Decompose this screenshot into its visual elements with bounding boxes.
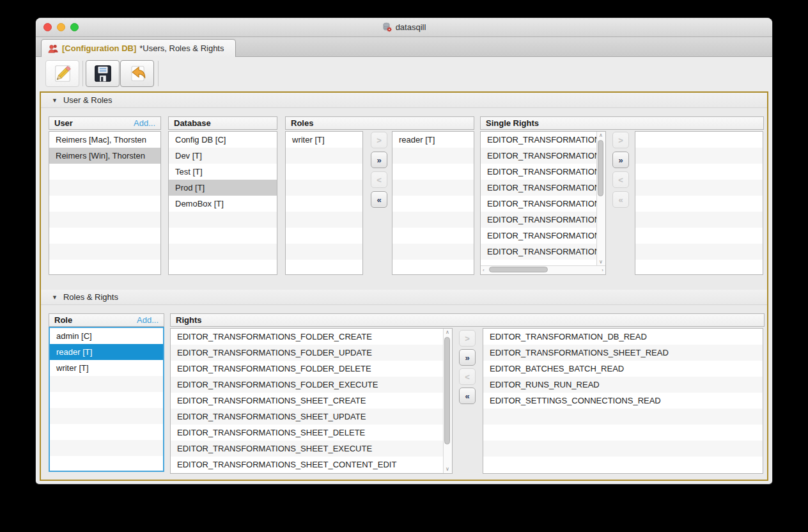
roles-move-right-button[interactable]: > [371, 132, 387, 148]
rights-move-all-left-button[interactable]: « [459, 387, 476, 404]
edit-button[interactable] [45, 60, 79, 87]
list-item[interactable]: EDITOR_TRANSFORMATION [481, 132, 597, 148]
list-item[interactable]: EDITOR_RUNS_RUN_READ [483, 377, 763, 393]
scroll-right-icon[interactable]: › [602, 268, 603, 273]
roles-available-list[interactable]: writer [T] [285, 131, 363, 275]
roles-move-all-right-button[interactable]: » [371, 152, 387, 168]
roles-assigned-list[interactable]: reader [T] [392, 131, 474, 275]
undo-arrow-icon [128, 64, 147, 83]
add-role-link[interactable]: Add... [137, 315, 159, 325]
single-rights-move-left-button[interactable]: < [612, 171, 629, 188]
scroll-up-icon[interactable]: ∧ [599, 133, 603, 138]
list-item[interactable]: Dev [T] [169, 148, 277, 164]
list-empty-row [50, 456, 163, 472]
section-title: User & Roles [63, 95, 113, 105]
list-item[interactable]: Prod [T] [169, 180, 277, 196]
list-empty-row [483, 409, 763, 425]
list-item[interactable]: writer [T] [286, 132, 362, 148]
list-empty-row [50, 392, 163, 408]
rights-move-right-button[interactable]: > [459, 330, 476, 347]
list-empty-row [286, 180, 362, 196]
list-item[interactable]: EDITOR_SETTINGS_CONNECTIONS_READ [483, 393, 763, 409]
list-empty-row [483, 441, 763, 457]
list-item[interactable]: EDITOR_TRANSFORMATIONS_FOLDER_DELETE [171, 361, 444, 377]
list-item[interactable]: EDITOR_TRANSFORMATION [481, 164, 597, 180]
list-item[interactable]: reader [T] [392, 132, 474, 148]
rights-assigned-list[interactable]: EDITOR_TRANSFORMATION_DB_READEDITOR_TRAN… [483, 328, 763, 474]
scroll-down-icon[interactable]: ∨ [446, 467, 449, 472]
list-item[interactable]: EDITOR_TRANSFORMATIONS_FOLDER_EXECUTE [171, 377, 444, 393]
list-empty-row [635, 212, 763, 228]
database-list[interactable]: Config DB [C]Dev [T]Test [T]Prod [T]Demo… [168, 131, 277, 275]
vertical-scrollbar[interactable]: ∧ ∨ [596, 132, 605, 266]
list-item[interactable]: writer [T] [50, 360, 163, 376]
list-empty-row [392, 260, 474, 275]
list-item[interactable]: reader [T] [50, 344, 163, 360]
minimize-button[interactable] [57, 23, 65, 31]
list-empty-row [169, 212, 277, 228]
scrollbar-thumb[interactable] [444, 337, 450, 444]
rights-available-list[interactable]: EDITOR_TRANSFORMATIONS_FOLDER_CREATEEDIT… [170, 328, 453, 474]
list-item[interactable]: EDITOR_BATCHES_BATCH_READ [483, 361, 763, 377]
single-rights-available-list[interactable]: EDITOR_TRANSFORMATIONEDITOR_TRANSFORMATI… [480, 131, 606, 275]
users-icon [48, 44, 59, 53]
list-item[interactable]: Reimers [Mac], Thorsten [49, 132, 160, 148]
list-item[interactable]: EDITOR_TRANSFORMATIONS_SHEET_READ [483, 345, 763, 361]
tab-users-roles-rights[interactable]: [Configuration DB] *Users, Roles & Right… [41, 39, 236, 57]
list-item[interactable]: EDITOR_TRANSFORMATION [481, 180, 597, 196]
list-item[interactable]: Config DB [C] [169, 132, 277, 148]
single-rights-move-right-button[interactable]: > [612, 132, 629, 148]
zoom-button[interactable] [70, 23, 79, 31]
roles-move-all-left-button[interactable]: « [371, 191, 387, 208]
list-item[interactable]: EDITOR_TRANSFORMATIONS_SHEET_DELETE [171, 425, 444, 441]
list-item[interactable]: EDITOR_TRANSFORMATION [481, 148, 597, 164]
undo-button[interactable] [120, 60, 154, 87]
list-item[interactable]: admin [C] [50, 328, 163, 344]
single-rights-panel-header: Single Rights [480, 116, 764, 130]
section-header-roles-rights[interactable]: ▼ Roles & Rights [41, 290, 767, 305]
scroll-left-icon[interactable]: ‹ [483, 268, 485, 273]
pencil-icon [53, 64, 72, 83]
list-item[interactable]: Reimers [Win], Thorsten [49, 148, 160, 164]
list-empty-row [635, 196, 763, 212]
list-empty-row [169, 228, 277, 244]
list-item[interactable]: EDITOR_TRANSFORMATION [481, 228, 597, 244]
role-list[interactable]: admin [C]reader [T]writer [T] [49, 327, 164, 472]
list-item[interactable]: Test [T] [169, 164, 277, 180]
scroll-up-icon[interactable]: ∧ [446, 330, 449, 335]
list-item[interactable]: EDITOR_TRANSFORMATION [481, 244, 597, 260]
roles-header-label: Roles [291, 118, 313, 128]
rights-move-left-button[interactable]: < [459, 368, 476, 385]
toolbar [36, 57, 772, 92]
list-item[interactable]: EDITOR_TRANSFORMATION [481, 212, 597, 228]
scrollbar-thumb[interactable] [489, 267, 548, 272]
rights-move-all-right-button[interactable]: » [459, 349, 476, 366]
list-empty-row [392, 180, 474, 196]
list-item[interactable]: EDITOR_TRANSFORMATIONS_SHEET_CREATE [171, 393, 444, 409]
list-item[interactable]: EDITOR_TRANSFORMATIONS_FOLDER_CREATE [171, 329, 444, 345]
roles-move-left-button[interactable]: < [371, 171, 387, 188]
section-header-user-roles[interactable]: ▼ User & Roles [41, 93, 767, 108]
scroll-down-icon[interactable]: ∨ [599, 260, 603, 265]
list-empty-row [286, 164, 362, 180]
list-empty-row [392, 228, 474, 244]
list-item[interactable]: EDITOR_TRANSFORMATIONS_SHEET_CONTENT_EDI… [171, 457, 444, 473]
single-rights-move-all-left-button[interactable]: « [612, 191, 629, 208]
list-item[interactable]: DemoBox [T] [169, 196, 277, 212]
scrollbar-thumb[interactable] [598, 140, 603, 196]
tab-bar: [Configuration DB] *Users, Roles & Right… [36, 37, 772, 57]
vertical-scrollbar[interactable]: ∧ ∨ [443, 329, 452, 473]
list-item[interactable]: EDITOR_TRANSFORMATION_DB_READ [483, 329, 763, 345]
list-item[interactable]: EDITOR_TRANSFORMATIONS_SHEET_EXECUTE [171, 441, 444, 457]
close-button[interactable] [43, 23, 52, 31]
single-rights-move-all-right-button[interactable]: » [612, 152, 629, 168]
add-user-link[interactable]: Add... [134, 118, 155, 128]
user-list[interactable]: Reimers [Mac], ThorstenReimers [Win], Th… [49, 131, 161, 275]
save-button[interactable] [86, 60, 120, 87]
list-item[interactable]: EDITOR_TRANSFORMATIONS_FOLDER_UPDATE [171, 345, 444, 361]
horizontal-scrollbar[interactable]: ‹ › [481, 265, 605, 274]
list-empty-row [286, 196, 362, 212]
single-rights-assigned-list[interactable] [635, 131, 763, 275]
list-item[interactable]: EDITOR_TRANSFORMATIONS_SHEET_UPDATE [171, 409, 444, 425]
list-item[interactable]: EDITOR_TRANSFORMATION [481, 196, 597, 212]
